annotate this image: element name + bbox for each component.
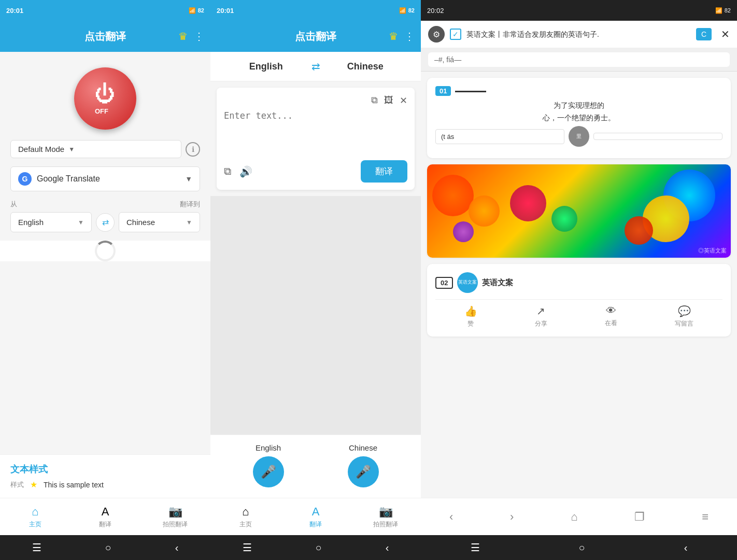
p3-close-icon[interactable]: ✕ — [721, 28, 730, 40]
p3-nav-forward[interactable]: › — [510, 510, 514, 524]
p3-nav-home[interactable]: ⌂ — [571, 510, 577, 524]
crown-icon-2[interactable]: ♛ — [389, 30, 398, 43]
copy-action-icon[interactable]: ⧉ — [224, 165, 231, 178]
p3-title-area: 英语文案丨非常适合发朋友圈的英语句子. — [466, 30, 691, 39]
status-bar-1: 20:01 📶 82 — [0, 0, 210, 21]
p3-share-btn[interactable]: ↗ 分享 — [535, 305, 547, 328]
mic-lang-chinese: Chinese — [349, 443, 377, 452]
p3-card1-input-row: (t ás 里 — [435, 126, 722, 147]
engine-name: Google Translate — [37, 174, 180, 184]
android-menu-2[interactable]: ☰ — [243, 541, 252, 554]
gray-area — [210, 196, 421, 435]
p3-checkbox[interactable]: ✓ — [450, 29, 461, 40]
mic-button-english[interactable]: 🎤 — [253, 456, 284, 487]
p3-comment-btn[interactable]: 💬 写留言 — [675, 305, 693, 328]
nav-translate-1[interactable]: A 翻译 — [70, 505, 140, 529]
android-menu-3[interactable]: ☰ — [471, 541, 480, 554]
bottom-row: 样式 ★ This is sample text — [10, 480, 200, 489]
p3-view-label: 在看 — [605, 319, 617, 328]
text-input-area: ⧉ 🖼 ✕ ⧉ 🔊 翻译 — [217, 88, 415, 190]
p3-nav-page[interactable]: ❐ — [634, 510, 645, 524]
p3-nav-menu[interactable]: ≡ — [702, 510, 708, 524]
to-lang-dropdown[interactable]: Chinese ▼ — [119, 212, 200, 232]
image-toolbar-btn[interactable]: 🖼 — [384, 95, 393, 106]
power-section: ⏻ OFF — [0, 52, 210, 140]
android-home-2[interactable]: ○ — [316, 542, 322, 554]
engine-dropdown[interactable]: G Google Translate ▼ — [10, 166, 200, 191]
p3-settings-icon[interactable]: ⚙ — [428, 26, 445, 43]
mode-label: Default Mode — [18, 145, 64, 153]
signal-icon-2: 📶 — [399, 7, 406, 14]
bottom-mic-area: English 🎤 Chinese 🎤 — [210, 435, 421, 498]
menu-dots-1[interactable]: ⋮ — [194, 30, 204, 43]
off-label: OFF — [95, 107, 116, 115]
status-icons-2: 📶 82 — [399, 7, 415, 14]
p3-c-button[interactable]: C — [696, 28, 712, 40]
android-nav-1: ☰ ○ ‹ — [0, 535, 210, 560]
status-time-1: 20:01 — [6, 7, 23, 15]
p3-view-btn[interactable]: 👁 在看 — [605, 305, 617, 328]
android-home-1[interactable]: ○ — [105, 542, 111, 554]
nav-home-1[interactable]: ⌂ 主页 — [0, 505, 70, 529]
nav-camera-2[interactable]: 📷 拍照翻译 — [351, 505, 421, 529]
content-area-1: ⏻ OFF Default Mode ▼ ℹ G Google Translat… — [0, 52, 210, 454]
app-title-1: 点击翻译 — [84, 30, 126, 44]
power-icon: ⏻ — [95, 82, 116, 105]
from-lang-dropdown[interactable]: English ▼ — [10, 212, 92, 232]
p3-search-text[interactable]: –#, fiá— — [428, 52, 730, 67]
header-icons-2: ♛ ⋮ — [389, 30, 415, 43]
menu-dots-2[interactable]: ⋮ — [404, 30, 415, 43]
p3-nav-back[interactable]: ‹ — [449, 510, 453, 524]
mode-dropdown[interactable]: Default Mode ▼ — [10, 140, 181, 158]
android-menu-1[interactable]: ☰ — [32, 541, 41, 554]
android-back-1[interactable]: ‹ — [175, 542, 179, 554]
nav-translate-2[interactable]: A 翻译 — [280, 505, 350, 529]
mic-button-chinese[interactable]: 🎤 — [348, 456, 379, 487]
p3-card2-num: 02 — [435, 277, 453, 289]
translate-input[interactable] — [224, 110, 407, 152]
camera-label-1: 拍照翻译 — [163, 520, 188, 529]
p3-input-box-left[interactable]: (t ás — [435, 129, 564, 144]
tab-english[interactable]: English — [221, 61, 311, 72]
p3-card2-header: 02 英语文案 英语文案 — [435, 272, 722, 293]
text-input-toolbar: ⧉ 🖼 ✕ — [224, 95, 407, 106]
android-back-2[interactable]: ‹ — [386, 542, 389, 554]
android-home-3[interactable]: ○ — [579, 542, 585, 554]
status-time-2: 20:01 — [217, 7, 234, 15]
android-back-3[interactable]: ‹ — [684, 542, 688, 554]
p3-view-icon: 👁 — [606, 305, 616, 317]
copy-toolbar-btn[interactable]: ⧉ — [371, 95, 378, 106]
power-button[interactable]: ⏻ OFF — [74, 67, 136, 130]
p3-card1-num: 01 — [435, 86, 451, 96]
p3-input-box-right[interactable] — [593, 133, 722, 140]
translate-button[interactable]: 翻译 — [361, 160, 407, 183]
p3-card2-title: 英语文案 — [482, 278, 513, 288]
close-toolbar-btn[interactable]: ✕ — [400, 95, 407, 106]
action-icons: ⧉ 🔊 — [224, 165, 252, 178]
p3-card1: 01 为了实现理想的 心，一个绝望的勇士。 (t ás 里 — [427, 78, 731, 158]
p3-like-btn[interactable]: 👍 赞 — [464, 305, 477, 328]
android-nav-2: ☰ ○ ‹ — [210, 535, 421, 560]
swap-button[interactable]: ⇄ — [96, 213, 115, 232]
camera-label-2: 拍照翻译 — [373, 520, 398, 529]
info-icon[interactable]: ℹ — [186, 142, 200, 157]
bottom-nav-1: ⌂ 主页 A 翻译 📷 拍照翻译 — [0, 498, 210, 535]
p3-like-icon: 👍 — [464, 305, 477, 317]
nav-home-2[interactable]: ⌂ 主页 — [210, 505, 280, 529]
crown-icon-1[interactable]: ♛ — [178, 30, 188, 43]
bottom-title: 文本样式 — [10, 463, 200, 475]
to-lang-text: Chinese — [126, 218, 183, 227]
p3-card1-line1: 为了实现理想的 — [435, 101, 722, 110]
loading-section — [0, 241, 210, 261]
speaker-action-icon[interactable]: 🔊 — [239, 165, 252, 178]
home-icon-1: ⌂ — [32, 505, 38, 519]
swap-icon-center[interactable]: ⇄ — [311, 60, 320, 73]
nav-camera-1[interactable]: 📷 拍照翻译 — [140, 505, 210, 529]
p3-comment-label: 写留言 — [675, 319, 693, 328]
app-header-1: 点击翻译 ♛ ⋮ — [0, 21, 210, 52]
sample-text: This is sample text — [44, 481, 104, 489]
battery-text-2: 82 — [408, 7, 415, 13]
lang-tabs-row: English ⇄ Chinese — [221, 60, 410, 73]
tab-chinese[interactable]: Chinese — [320, 61, 411, 72]
p3-title-text: 英语文案丨非常适合发朋友圈的英语句子. — [466, 30, 599, 38]
